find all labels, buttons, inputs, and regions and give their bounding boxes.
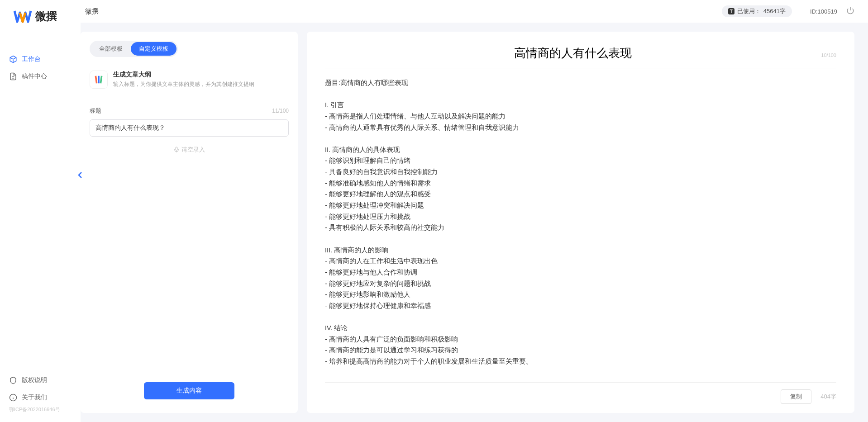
- voice-label: 请空录入: [181, 146, 205, 154]
- document-icon: [9, 72, 17, 81]
- output-header: 高情商的人有什么表现 10/100: [325, 45, 836, 68]
- word-count: 404字: [820, 393, 836, 401]
- output-body[interactable]: 题目:高情商的人有哪些表现 I. 引言 - 高情商是指人们处理情绪、与他人互动以…: [325, 68, 836, 382]
- footer-about[interactable]: 关于我们: [0, 389, 81, 406]
- template-tabs: 全部模板 自定义模板: [90, 41, 178, 57]
- template-desc: 输入标题，为你提供文章主体的灵感，并为其创建推文提纲: [113, 81, 289, 88]
- title-input[interactable]: [90, 119, 289, 137]
- svg-rect-5: [100, 76, 103, 84]
- info-icon: [9, 394, 17, 402]
- form-section: 标题 11/100 请空录入: [90, 107, 289, 154]
- cube-icon: [9, 55, 17, 63]
- sidebar-footer: 版权说明 关于我们 鄂ICP备2022016946号: [0, 372, 81, 422]
- logo-text: 微撰: [35, 9, 57, 24]
- nav: 工作台 稿件中心: [0, 37, 81, 372]
- shield-icon: [9, 376, 17, 384]
- svg-rect-6: [176, 147, 177, 150]
- right-panel: 高情商的人有什么表现 10/100 题目:高情商的人有哪些表现 I. 引言 - …: [307, 32, 854, 413]
- template-icon: [90, 71, 108, 89]
- nav-label: 稿件中心: [22, 72, 47, 81]
- nav-label: 工作台: [22, 55, 41, 63]
- tab-custom-templates[interactable]: 自定义模板: [131, 42, 176, 56]
- usage-label: 已使用：: [737, 7, 761, 15]
- output-title-count: 10/100: [821, 52, 836, 58]
- text-icon: T: [728, 8, 734, 14]
- footer-copyright[interactable]: 版权说明: [0, 372, 81, 389]
- usage-badge[interactable]: T 已使用： 45641字: [722, 5, 792, 17]
- voice-input-button[interactable]: 请空录入: [90, 146, 289, 154]
- svg-rect-4: [98, 76, 100, 84]
- char-count: 11/100: [272, 108, 289, 114]
- nav-workbench[interactable]: 工作台: [0, 51, 81, 68]
- user-id: ID:100519: [810, 8, 837, 15]
- tab-all-templates[interactable]: 全部模板: [91, 42, 131, 56]
- generate-button[interactable]: 生成内容: [144, 382, 234, 399]
- output-footer: 复制 404字: [325, 382, 836, 404]
- power-button[interactable]: [846, 6, 854, 16]
- mic-icon: [173, 147, 180, 153]
- copy-button[interactable]: 复制: [781, 389, 811, 404]
- template-title: 生成文章大纲: [113, 71, 289, 79]
- books-icon: [94, 75, 104, 85]
- form-label: 标题: [90, 107, 101, 115]
- footer-label: 版权说明: [22, 376, 47, 384]
- template-info: 生成文章大纲 输入标题，为你提供文章主体的灵感，并为其创建推文提纲: [113, 71, 289, 89]
- logo[interactable]: 微撰: [0, 9, 81, 37]
- chevron-left-icon: [78, 171, 83, 179]
- topbar-title: 微撰: [85, 7, 99, 16]
- output-title: 高情商的人有什么表现: [325, 45, 821, 61]
- icp-text: 鄂ICP备2022016946号: [0, 406, 81, 417]
- sidebar: 微撰 工作台 稿件中心 版权说明 关于我们 鄂ICP备2022016946号: [0, 0, 81, 422]
- svg-rect-3: [95, 76, 98, 84]
- left-panel: 全部模板 自定义模板 生成文章大纲 输入标题，为你提供文章主体的灵感，并为其创建…: [81, 32, 298, 413]
- collapse-handle[interactable]: [77, 170, 84, 180]
- nav-drafts[interactable]: 稿件中心: [0, 68, 81, 85]
- logo-icon: [14, 9, 32, 24]
- footer-label: 关于我们: [22, 394, 47, 402]
- topbar: 微撰 T 已使用： 45641字 ID:100519: [81, 0, 868, 23]
- content: 全部模板 自定义模板 生成文章大纲 输入标题，为你提供文章主体的灵感，并为其创建…: [81, 23, 868, 422]
- usage-value: 45641字: [763, 7, 786, 15]
- power-icon: [846, 6, 854, 14]
- template-card[interactable]: 生成文章大纲 输入标题，为你提供文章主体的灵感，并为其创建推文提纲: [90, 66, 289, 93]
- main: 微撰 T 已使用： 45641字 ID:100519 全部模板 自定义模板: [81, 0, 868, 422]
